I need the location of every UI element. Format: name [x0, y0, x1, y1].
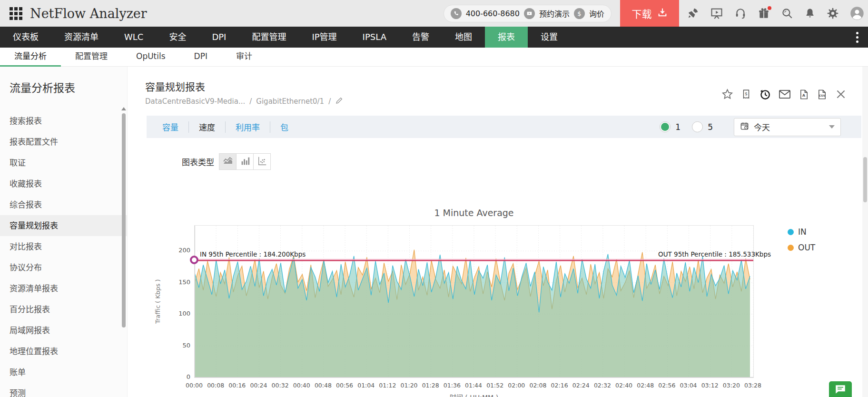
subnav-item-0[interactable]: 流量分析 — [0, 48, 61, 67]
x-tick-12: 01:36 — [444, 382, 461, 389]
sidebar: 流量分析报表 搜索报表报表配置文件取证收藏报表综合报表容量规划报表对比报表协议分… — [0, 67, 128, 397]
top-bar: NetFlow Analyzer 400-660-8680 预约演示 $ 询价 … — [0, 0, 868, 27]
interval-radio-5[interactable] — [692, 121, 703, 132]
sidebar-item-0[interactable]: 搜索报表 — [0, 110, 127, 131]
email-icon[interactable] — [778, 88, 791, 101]
subnav-item-3[interactable]: DPI — [180, 48, 222, 67]
edit-icon[interactable] — [335, 96, 344, 107]
rocket-icon[interactable] — [687, 7, 699, 20]
sidebar-item-5[interactable]: 容量规划报表 — [0, 215, 127, 236]
y-tick-100: 100 — [168, 310, 190, 317]
date-picker[interactable]: 今天 — [734, 118, 841, 136]
sidebar-item-9[interactable]: 百分比报表 — [0, 299, 127, 320]
avatar[interactable] — [850, 6, 864, 20]
nav-item-10[interactable]: 报表 — [485, 27, 528, 48]
download-label: 下载 — [632, 6, 652, 20]
main-scrollbar[interactable] — [862, 67, 868, 397]
gift-icon[interactable] — [758, 7, 770, 20]
price-icon: $ — [574, 8, 585, 19]
sidebar-item-6[interactable]: 对比报表 — [0, 236, 127, 257]
sidebar-scroll-thumb[interactable] — [122, 113, 126, 328]
nav-item-9[interactable]: 地图 — [442, 27, 485, 48]
x-tick-10: 01:20 — [401, 382, 418, 389]
y-tick-150: 150 — [168, 278, 190, 286]
nav-item-8[interactable]: 告警 — [399, 27, 442, 48]
sidebar-item-7[interactable]: 协议分布 — [0, 257, 127, 278]
sidebar-item-4[interactable]: 综合报表 — [0, 194, 127, 215]
x-axis-label: 时间 ( HH:MM ) — [194, 392, 754, 397]
sidebar-item-3[interactable]: 收藏报表 — [0, 173, 127, 194]
download-button[interactable]: 下载 — [620, 0, 679, 27]
y-tick-200: 200 — [168, 247, 190, 254]
area-chart-icon — [222, 155, 234, 169]
legend-item-in[interactable]: IN — [788, 227, 815, 237]
subnav-item-4[interactable]: 审计 — [222, 48, 266, 67]
breadcrumb: DataCentreBasicV9-Media... / GigabitEthe… — [145, 96, 344, 107]
tab-2[interactable]: 利用率 — [226, 121, 270, 133]
sidebar-item-2[interactable]: 取证 — [0, 152, 127, 173]
x-tick-2: 00:16 — [228, 382, 246, 389]
subnav-item-2[interactable]: OpUtils — [122, 48, 180, 67]
breadcrumb-device[interactable]: DataCentreBasicV9-Media... — [145, 97, 245, 106]
close-icon[interactable] — [835, 88, 847, 100]
headset-icon[interactable] — [734, 7, 747, 20]
tab-0[interactable]: 容量 — [152, 121, 188, 133]
page-body: 流量分析报表 搜索报表报表配置文件取证收藏报表综合报表容量规划报表对比报表协议分… — [0, 67, 868, 397]
quote-label[interactable]: 询价 — [589, 8, 604, 19]
history-icon[interactable] — [759, 88, 771, 100]
tab-3[interactable]: 包 — [270, 121, 298, 133]
csv-export-icon[interactable]: CSV — [817, 89, 828, 100]
demo-label[interactable]: 预约演示 — [539, 8, 570, 19]
search-icon[interactable] — [781, 7, 793, 20]
favorite-star-icon[interactable] — [721, 88, 734, 101]
nav-more-icon[interactable] — [852, 30, 862, 45]
interval-radio-1[interactable] — [660, 121, 671, 132]
subnav-item-1[interactable]: 配置管理 — [61, 48, 122, 67]
app-grid-icon[interactable] — [10, 7, 22, 20]
sidebar-item-10[interactable]: 局域网报表 — [0, 320, 127, 341]
nav-item-11[interactable]: 设置 — [528, 27, 571, 48]
pdf-export-icon[interactable]: A — [799, 89, 809, 100]
gear-icon[interactable] — [827, 7, 839, 20]
nav-item-2[interactable]: WLC — [111, 27, 156, 48]
nav-item-6[interactable]: IP管理 — [299, 27, 349, 48]
nav-item-4[interactable]: DPI — [199, 27, 239, 48]
svg-text:A: A — [802, 93, 805, 98]
traffic-area-chart — [195, 226, 753, 377]
legend-item-out[interactable]: OUT — [788, 243, 815, 252]
nav-item-1[interactable]: 资源清单 — [51, 27, 111, 48]
bell-icon[interactable] — [804, 8, 816, 19]
nav-item-5[interactable]: 配置管理 — [239, 27, 299, 48]
nav-item-3[interactable]: 安全 — [156, 27, 199, 48]
sidebar-item-12[interactable]: 账单 — [0, 362, 127, 383]
sidebar-item-13[interactable]: 预测 — [0, 383, 127, 397]
nav-item-0[interactable]: 仪表板 — [0, 27, 51, 48]
scroll-up-icon[interactable] — [121, 107, 126, 110]
netflow-analyzer-page: NetFlow Analyzer 400-660-8680 预约演示 $ 询价 … — [0, 0, 868, 397]
sidebar-item-8[interactable]: 资源清单报表 — [0, 278, 127, 299]
x-tick-19: 02:32 — [594, 382, 611, 389]
y-axis-label: Traffic ( Kbps ) — [152, 225, 163, 378]
presentation-icon[interactable] — [710, 7, 723, 20]
billing-icon[interactable]: $ — [741, 89, 751, 99]
scatter-chart-icon — [257, 156, 267, 168]
chat-icon — [834, 383, 847, 397]
x-tick-20: 02:40 — [615, 382, 632, 389]
demo-icon — [524, 8, 535, 19]
x-tick-13: 01:44 — [465, 382, 482, 389]
breadcrumb-interface[interactable]: GigabitEthernet0/1 — [256, 97, 324, 106]
sidebar-item-1[interactable]: 报表配置文件 — [0, 131, 127, 152]
main-scroll-thumb[interactable] — [863, 157, 867, 202]
sidebar-item-11[interactable]: 地理位置报表 — [0, 341, 127, 362]
x-tick-1: 00:08 — [207, 382, 224, 389]
breadcrumb-separator: / — [328, 97, 331, 106]
nav-item-7[interactable]: IPSLA — [350, 27, 399, 48]
sidebar-scrollbar[interactable] — [121, 107, 126, 328]
feedback-button[interactable] — [829, 381, 852, 397]
caret-down-icon — [829, 125, 835, 129]
chart-type-bar-button[interactable] — [236, 153, 254, 170]
main-nav-items: 仪表板资源清单WLC安全DPI配置管理IP管理IPSLA告警地图报表设置 — [0, 27, 571, 48]
tab-1[interactable]: 速度 — [189, 121, 225, 133]
chart-type-scatter-button[interactable] — [253, 153, 271, 170]
chart-type-area-button[interactable] — [219, 153, 237, 170]
